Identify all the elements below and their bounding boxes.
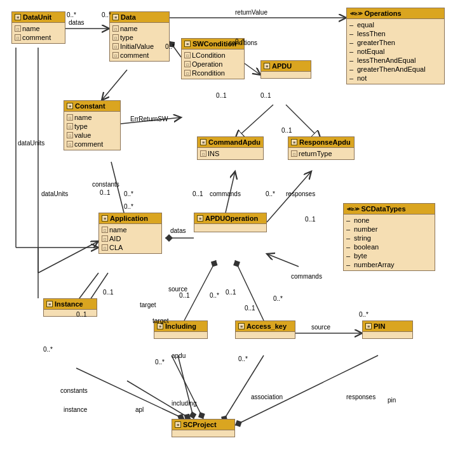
mult-01-9: 0..1 — [193, 190, 203, 197]
mult-0star-8: 0..* — [210, 292, 219, 299]
attr-icon: □ — [15, 25, 21, 32]
pin-body — [363, 332, 412, 338]
class-icon: ≡ — [238, 323, 245, 329]
list-item: – not — [349, 74, 442, 83]
list-item: □ comment — [15, 33, 62, 42]
list-item: □ returnType — [291, 149, 351, 158]
attr-icon: □ — [184, 52, 191, 58]
list-item: – lessThen — [349, 29, 442, 38]
list-item: □ comment — [112, 51, 166, 60]
class-icon: ≡ — [112, 14, 119, 20]
dataunit-box: ≡ DataUnit □ name □ comment — [11, 11, 65, 44]
mult-01-2: 0..1 — [260, 92, 271, 99]
dataunit-body: □ name □ comment — [12, 23, 65, 43]
svg-line-25 — [222, 355, 264, 422]
accesskey-header: ≡ Access_key — [236, 321, 295, 332]
svg-line-27 — [172, 355, 203, 419]
mult-0star-2: 0..* — [102, 11, 111, 18]
data-title: Data — [121, 13, 136, 21]
scproject-box: ≡ SCProject — [172, 419, 235, 437]
svg-line-30 — [102, 70, 127, 100]
data-box: ≡ Data □ name □ type □ InitialValue □ co… — [109, 11, 170, 62]
including-title: Including — [165, 322, 196, 330]
svg-line-29 — [38, 241, 98, 273]
pin-box: ≡ PIN — [362, 321, 413, 339]
constants2-label: constants — [60, 387, 88, 394]
list-item: □ value — [67, 131, 118, 140]
commandapdu-header: ≡ CommandApdu — [198, 137, 263, 148]
responseapdu-header: ≡ ResponseApdu — [288, 137, 354, 148]
scproject-body — [172, 430, 234, 437]
list-item: – lessThenAndEqual — [349, 56, 442, 65]
data-body: □ name □ type □ InitialValue □ comment — [110, 23, 169, 61]
mult-0star-3: 0..* — [165, 43, 175, 50]
apdu-body — [261, 72, 311, 78]
apdu-box: ≡ APDU — [260, 60, 311, 79]
list-item: – notEqual — [349, 47, 442, 56]
responses1-label: responses — [286, 190, 315, 197]
attr-icon: □ — [291, 150, 297, 157]
operations-body: – equal – lessThen – greaterThen – notEq… — [347, 19, 444, 84]
mult-01-1: 0..1 — [216, 92, 227, 99]
apduoperation-title: APDUOperation — [205, 215, 258, 222]
constant-box: ≡ Constant □ name □ type □ value □ comme… — [64, 100, 121, 150]
mult-01-7: 0..1 — [245, 305, 255, 312]
instance-title: Instance — [55, 300, 83, 308]
responseapdu-box: ≡ ResponseApdu □ returnType — [288, 136, 355, 160]
commandapdu-body: □ INS — [198, 148, 263, 159]
attr-icon: □ — [184, 70, 191, 76]
application-box: ≡ Application □ name □ AID □ CLA — [98, 213, 162, 254]
apdu1-label: apdu — [172, 352, 186, 359]
application-body: □ name □ AID □ CLA — [99, 224, 161, 253]
class-icon: ≡ — [264, 63, 270, 69]
class-icon: ≡ — [197, 215, 203, 221]
attr-icon: □ — [102, 227, 108, 233]
scdatatypes-body: – none – number – string – boolean – byt… — [344, 215, 435, 270]
mult-0star-1: 0..* — [67, 11, 76, 18]
list-item: – equal — [349, 20, 442, 29]
constant-body: □ name □ type □ value □ comment — [64, 112, 120, 150]
constant-header: ≡ Constant — [64, 101, 120, 112]
enum-icon: ≪e≫ — [346, 206, 359, 212]
attr-icon: □ — [67, 123, 73, 129]
list-item: – byte — [346, 251, 432, 260]
attr-icon: □ — [112, 43, 119, 50]
apduoperation-body — [194, 224, 266, 232]
accesskey-title: Access_key — [247, 322, 287, 330]
attr-icon: □ — [102, 235, 108, 242]
mult-01-3: 0..1 — [103, 289, 114, 296]
svg-line-18 — [184, 260, 216, 321]
list-item: – number — [346, 225, 432, 234]
application-title: Application — [110, 215, 148, 222]
scdatatypes-box: ≪e≫ SCDataTypes – none – number – string… — [343, 203, 435, 271]
svg-line-24 — [178, 355, 194, 419]
attr-icon: □ — [200, 150, 206, 157]
errreturnsw-label: ErrReturnSW — [130, 116, 168, 122]
attr-icon: □ — [112, 52, 119, 58]
mult-01-4: 0..1 — [76, 311, 87, 318]
apduoperation-header: ≡ APDUOperation — [194, 213, 266, 224]
list-item: □ comment — [67, 140, 118, 149]
attr-icon: □ — [184, 61, 191, 67]
pin1-label: pin — [388, 397, 396, 404]
mult-0star-7: 0..* — [43, 346, 53, 353]
diagram: ≡ DataUnit □ name □ comment ≡ Data □ nam… — [0, 0, 453, 476]
svg-line-26 — [235, 355, 378, 425]
dataunit-title: DataUnit — [23, 13, 51, 21]
source2-label: source — [311, 324, 330, 331]
list-item: □ Rcondition — [184, 69, 241, 77]
apdu-header: ≡ APDU — [261, 61, 311, 72]
list-item: □ name — [67, 113, 118, 122]
list-item: – greaterThen — [349, 38, 442, 47]
commandapdu-box: ≡ CommandApdu □ INS — [197, 136, 264, 160]
swcondition-body: □ LCondition □ Operation □ Rcondition — [182, 50, 244, 79]
pin-title: PIN — [374, 322, 385, 330]
list-item: □ AID — [102, 234, 159, 243]
target2-label: target — [152, 317, 169, 324]
dataunits1-label: dataUnits — [18, 140, 44, 147]
including-body — [154, 332, 207, 338]
dataunits2-label: dataUnits — [41, 190, 68, 197]
mult-0star-10: 0..* — [155, 359, 165, 366]
class-icon: ≡ — [365, 323, 372, 329]
class-icon: ≡ — [200, 139, 206, 145]
